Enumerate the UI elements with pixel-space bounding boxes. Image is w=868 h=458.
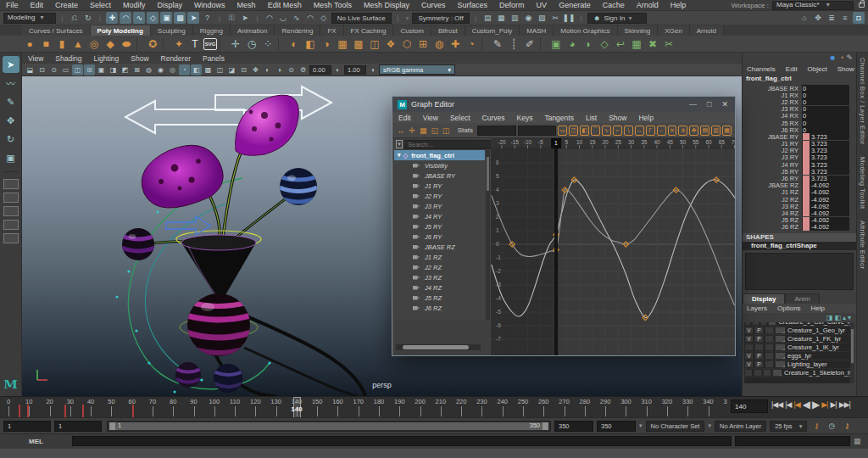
channel-box-menu-edit[interactable]: Edit	[782, 65, 802, 73]
viewport-toolbar-icon-23[interactable]: ⚙	[298, 64, 309, 75]
layer-display-type-toggle[interactable]	[765, 335, 774, 343]
smooth-mesh-icon[interactable]: ✚	[448, 36, 463, 52]
mash-grid-icon[interactable]: ▦	[629, 36, 644, 52]
graph-editor-menu-help[interactable]: Help	[632, 114, 659, 122]
layer-vertical-scrollbar[interactable]	[850, 322, 854, 383]
shelf-tab-animation[interactable]: Animation	[231, 25, 275, 36]
layer-menu-layers[interactable]: Layers	[743, 304, 771, 312]
mash-cross-icon[interactable]: ✖	[645, 36, 660, 52]
step-back-key-button[interactable]: |◀	[793, 400, 799, 409]
menu-edit[interactable]: Edit	[25, 0, 50, 11]
layout-three-pane[interactable]	[3, 206, 19, 216]
paint-select-tool[interactable]: ✎	[3, 93, 19, 110]
tree-channel-item[interactable]: J1 RZ	[394, 252, 485, 262]
time-slider-track[interactable]: 0102030405060708090100110120130140150160…	[0, 397, 727, 418]
mash-blob-icon[interactable]: ◕	[565, 36, 580, 52]
tree-channel-item[interactable]: J4 RY	[394, 211, 485, 221]
quad-draw-icon[interactable]: ⊞	[415, 36, 431, 52]
command-input[interactable]	[72, 436, 732, 446]
viewport-toolbar-icon-18[interactable]: ⊡	[238, 64, 249, 75]
section-separator[interactable]: ❘	[96, 14, 105, 22]
gamma-field[interactable]: 1.00	[344, 65, 366, 75]
range-start-handle[interactable]	[109, 422, 115, 430]
character-set-dropdown[interactable]: No Character Set	[646, 421, 705, 432]
menu-curves[interactable]: Curves	[415, 0, 452, 11]
channel-value-field[interactable]: -4.092	[802, 224, 849, 231]
curve-snap-2-icon[interactable]: ◡	[277, 12, 289, 24]
viewport-menu-shading[interactable]: Shading	[49, 54, 87, 63]
auto-tangent-icon[interactable]: ⌒	[591, 126, 600, 136]
sculpt-pen-icon[interactable]: ✐	[522, 36, 537, 52]
fill-hole-icon[interactable]: ▦	[335, 36, 350, 52]
lock-selection-icon[interactable]: ⚿	[225, 12, 237, 24]
ipr-render-icon[interactable]: ▥	[509, 12, 520, 24]
command-language-toggle[interactable]: MEL	[0, 438, 72, 445]
poly-cylinder-icon[interactable]: ▮	[54, 36, 70, 52]
step-tangent-icon[interactable]: Г	[646, 126, 655, 136]
boolean-difference-icon[interactable]: ◑	[319, 36, 334, 52]
move-layer-down-icon[interactable]: ▾	[848, 314, 851, 321]
graph-editor-menu-curves[interactable]: Curves	[476, 114, 511, 122]
layer-visibility-toggle[interactable]	[744, 344, 754, 351]
rotate-tool[interactable]: ↻	[3, 131, 19, 148]
arrow-control-curve[interactable]	[166, 216, 210, 235]
layer-menu-help[interactable]: Help	[807, 304, 829, 312]
channel-box-object-name[interactable]: front_flag_ctrl	[743, 75, 856, 85]
break-tangents-icon[interactable]: ✕	[668, 126, 677, 136]
layer-playback-toggle[interactable]: P	[754, 335, 764, 343]
tree-vertical-scrollbar[interactable]	[486, 150, 490, 320]
layer-visibility-toggle[interactable]	[744, 322, 751, 326]
bridge-icon[interactable]: ◫	[367, 36, 382, 52]
tree-channel-item[interactable]: J2 RY	[394, 191, 485, 201]
go-to-start-button[interactable]: |◀◀	[771, 400, 782, 409]
current-time-marker[interactable]	[554, 148, 558, 355]
layer-playback-toggle[interactable]	[754, 344, 764, 351]
poly-disc-icon[interactable]: ⬬	[119, 36, 134, 52]
layer-color-swatch[interactable]	[772, 369, 782, 377]
playback-start-field[interactable]: 1	[54, 421, 102, 432]
script-editor-icon[interactable]: ▦	[854, 437, 861, 445]
layout-single-pane[interactable]	[3, 179, 19, 189]
workspace-dropdown[interactable]: Maya Classic* ▾	[772, 1, 854, 10]
channel-value-field[interactable]: 0	[802, 92, 849, 98]
undo-icon[interactable]: ⎌	[69, 12, 81, 24]
character-key-icon[interactable]: ⚷	[841, 420, 853, 432]
menu-select[interactable]: Select	[84, 0, 117, 11]
layer-tab-display[interactable]: Display	[743, 293, 785, 304]
new-empty-layer-icon[interactable]: ◨	[826, 314, 833, 321]
shelf-tab-poly-modeling[interactable]: Poly Modeling	[91, 25, 151, 36]
tree-channel-item[interactable]: J5 RZ	[394, 293, 485, 303]
buffer-snapshot-icon[interactable]: ▤	[700, 126, 709, 136]
viewport-toolbar-icon-19[interactable]: ✥	[250, 64, 261, 75]
menu-create[interactable]: Create	[49, 0, 84, 11]
stats-value-field[interactable]	[518, 126, 557, 136]
shelf-tab-fx-caching[interactable]: FX Caching	[344, 25, 394, 36]
poly-sphere-icon[interactable]: ●	[22, 36, 37, 52]
tree-horizontal-scrollbar[interactable]	[396, 344, 481, 350]
redo-icon[interactable]: ↻	[82, 12, 94, 24]
side-tab-modeling-toolkit[interactable]: Modeling Toolkit	[859, 157, 866, 209]
side-tab-channel-box-layer-editor[interactable]: Channel Box / Layer Editor	[859, 58, 866, 145]
channel-box-menu-object[interactable]: Object	[804, 65, 832, 73]
snap-curve-icon[interactable]: ◠	[120, 12, 131, 24]
mash-waiter-icon[interactable]: ▣	[548, 36, 564, 52]
hypershade-icon[interactable]: ✂	[549, 12, 561, 24]
layer-display-type-toggle[interactable]	[765, 344, 774, 351]
symmetry-dropdown[interactable]: Symmetry : Off	[412, 13, 469, 24]
graph-editor-menu-list[interactable]: List	[580, 114, 603, 122]
shelf-tab-mash[interactable]: MASH	[520, 25, 554, 36]
range-slider[interactable]: 1 350	[107, 421, 551, 432]
mash-repro-icon[interactable]: ◗	[581, 36, 596, 52]
render-settings-icon[interactable]: ◉	[522, 12, 534, 24]
viewport-toolbar-icon-20[interactable]: ◐	[262, 64, 273, 75]
maximize-button[interactable]: □	[707, 100, 711, 109]
render-current-icon[interactable]: ▦	[495, 12, 507, 24]
swap-buffer-icon[interactable]: ▥	[711, 126, 721, 136]
layer-tab-anim[interactable]: Anim	[785, 293, 819, 304]
shelf-tab-sculpting[interactable]: Sculpting	[151, 25, 193, 36]
creature-ball-blue[interactable]	[280, 168, 317, 205]
chevron-down-icon[interactable]: ▾	[639, 422, 643, 429]
tree-channel-item[interactable]: Visibility	[394, 160, 485, 170]
graph-editor-menu-tangents[interactable]: Tangents	[538, 114, 580, 122]
sign-in-button[interactable]: ☻Sign In▾	[587, 13, 647, 24]
